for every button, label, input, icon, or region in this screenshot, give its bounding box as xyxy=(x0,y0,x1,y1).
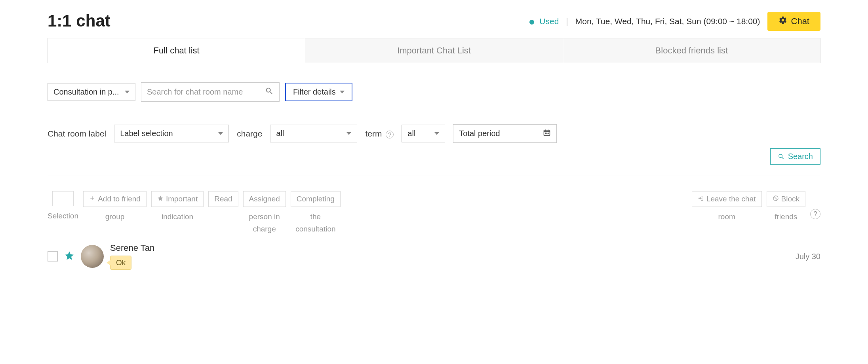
separator: | xyxy=(566,17,568,26)
block-icon xyxy=(773,195,779,203)
row-checkbox[interactable] xyxy=(48,251,58,262)
search-icon[interactable] xyxy=(265,87,274,97)
chat-last-message: Ok xyxy=(110,256,131,270)
status-text: Used xyxy=(539,17,559,26)
search-input-wrap xyxy=(141,82,280,102)
status-select[interactable]: Consultation in p... xyxy=(48,83,135,101)
block-sublabel: friends xyxy=(775,211,797,223)
chat-date: July 30 xyxy=(796,252,820,261)
avatar xyxy=(81,245,104,268)
date-range-label: Total period xyxy=(459,129,500,138)
filter-row-primary: Consultation in p... Filter details xyxy=(48,82,820,113)
chat-info: Serene Tan Ok xyxy=(110,243,154,270)
svg-point-1 xyxy=(545,133,546,134)
chat-room-label: Chat room label xyxy=(48,129,106,138)
charge-select[interactable]: all xyxy=(270,125,357,142)
action-bar: Selection Add to friend group Important … xyxy=(48,191,820,235)
search-button-row: Search xyxy=(48,148,820,176)
important-sublabel: indication xyxy=(162,211,193,223)
status-select-value: Consultation in p... xyxy=(53,87,119,97)
leave-sublabel: room xyxy=(718,211,735,223)
tab-full-chat-list[interactable]: Full chat list xyxy=(48,38,305,63)
filter-details-label: Filter details xyxy=(293,87,336,97)
chat-list-item[interactable]: Serene Tan Ok July 30 xyxy=(48,243,820,270)
label-selection-select[interactable]: Label selection xyxy=(114,125,229,142)
leave-chat-room-button[interactable]: Leave the chat xyxy=(692,191,762,207)
term-label: term ? xyxy=(365,129,394,138)
block-friends-button[interactable]: Block xyxy=(767,191,805,207)
add-to-friend-group-button[interactable]: Add to friend xyxy=(83,191,147,207)
tab-blocked-friends-list[interactable]: Blocked friends list xyxy=(563,38,820,63)
status-badge: Used xyxy=(529,17,559,26)
search-button-label: Search xyxy=(788,152,813,161)
chat-settings-button[interactable]: Chat xyxy=(767,12,820,31)
select-all-checkbox[interactable] xyxy=(52,191,74,206)
chat-button-label: Chat xyxy=(791,16,809,27)
read-button[interactable]: Read xyxy=(208,191,238,207)
schedule-text: Mon, Tue, Wed, Thu, Fri, Sat, Sun (09:00… xyxy=(575,17,760,26)
tabs: Full chat list Important Chat List Block… xyxy=(48,38,820,63)
calendar-icon xyxy=(543,129,551,138)
charge-label: charge xyxy=(237,129,262,138)
status-dot-icon xyxy=(529,20,534,25)
star-icon[interactable] xyxy=(64,250,74,263)
completing-sublabel: the consultation xyxy=(295,211,335,235)
filter-details-button[interactable]: Filter details xyxy=(285,83,352,101)
chevron-down-icon xyxy=(218,132,223,135)
chevron-down-icon xyxy=(346,132,351,135)
exit-icon xyxy=(698,195,704,203)
filter-row-secondary: Chat room label Label selection charge a… xyxy=(48,124,820,143)
star-icon xyxy=(157,195,164,203)
chevron-down-icon xyxy=(125,91,129,93)
assigned-person-button[interactable]: Assigned xyxy=(243,191,286,207)
tab-important-chat-list[interactable]: Important Chat List xyxy=(305,38,563,63)
header-right: Used | Mon, Tue, Wed, Thu, Fri, Sat, Sun… xyxy=(529,12,820,31)
date-range-picker[interactable]: Total period xyxy=(453,124,557,143)
selection-label: Selection xyxy=(48,210,78,222)
important-indication-button[interactable]: Important xyxy=(151,191,204,207)
chevron-down-icon xyxy=(434,132,439,135)
chevron-down-icon xyxy=(340,91,345,93)
term-select[interactable]: all xyxy=(402,125,445,142)
chat-name: Serene Tan xyxy=(110,243,154,253)
svg-point-3 xyxy=(548,133,549,134)
search-button[interactable]: Search xyxy=(770,148,820,165)
header: 1:1 chat Used | Mon, Tue, Wed, Thu, Fri,… xyxy=(48,11,820,31)
assigned-sublabel: person in charge xyxy=(249,211,280,235)
completing-consultation-button[interactable]: Completing xyxy=(291,191,341,207)
charge-value: all xyxy=(276,129,284,138)
search-input[interactable] xyxy=(141,84,265,100)
plus-icon xyxy=(89,195,95,203)
help-icon[interactable]: ? xyxy=(810,209,820,219)
gear-icon xyxy=(779,16,787,27)
term-value: all xyxy=(407,129,415,138)
page-title: 1:1 chat xyxy=(48,11,110,31)
label-selection-value: Label selection xyxy=(120,129,173,138)
help-icon[interactable]: ? xyxy=(386,131,394,138)
add-friend-sublabel: group xyxy=(105,211,125,223)
svg-point-2 xyxy=(546,133,547,134)
